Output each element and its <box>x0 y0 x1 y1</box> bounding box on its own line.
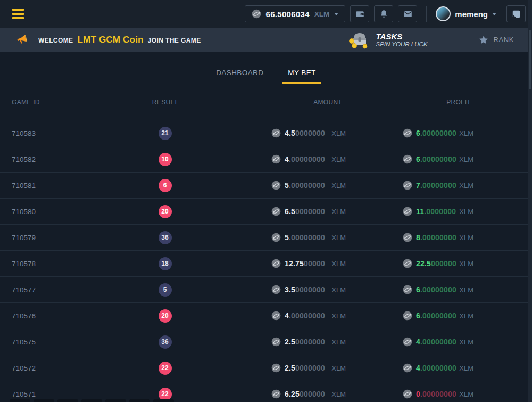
stellar-coin-icon <box>252 9 261 19</box>
chevron-down-icon <box>492 13 496 15</box>
result-badge: 18 <box>159 257 172 270</box>
profit-unit: XLM <box>459 312 473 320</box>
header-profit: PROFIT <box>346 99 473 106</box>
amount-trailing-zeros: 0000000 <box>295 129 325 137</box>
scrollbar-track[interactable] <box>528 0 532 402</box>
result-badge: 21 <box>159 127 172 140</box>
profit-unit: XLM <box>459 234 473 242</box>
amount-cell: 4.50000000 XLM <box>197 128 346 138</box>
amount-value: 5 <box>285 181 289 190</box>
profit-cell: 6.00000000 XLM <box>346 154 473 164</box>
table-header: GAME ID RESULT AMOUNT PROFIT <box>0 84 532 120</box>
stellar-coin-icon <box>403 233 412 242</box>
amount-trailing-zeros: 00000 <box>304 259 325 268</box>
profit-trailing-zeros: 000000 <box>431 259 456 268</box>
welcome-prefix: WELCOME <box>38 37 73 44</box>
profit-value: 6 <box>416 285 420 294</box>
header-amount: AMOUNT <box>197 99 346 106</box>
profit-trailing-zeros: .00000000 <box>420 311 456 320</box>
amount-cell: 6.50000000 XLM <box>197 207 346 216</box>
profit-cell: 6.00000000 XLM <box>346 311 473 321</box>
hamburger-icon <box>12 9 24 11</box>
profit-trailing-zeros: .00000000 <box>420 155 456 163</box>
amount-unit: XLM <box>331 390 346 398</box>
stellar-coin-icon <box>271 259 281 268</box>
game-id: 710575 <box>0 338 133 346</box>
table-row: 710579 36 5.00000000 XLM 8.00000000 XLM <box>0 225 532 251</box>
amount-unit: XLM <box>331 260 346 268</box>
amount-value: 2.5 <box>285 364 295 372</box>
profit-cell: 4.00000000 XLM <box>346 337 473 347</box>
game-id: 710572 <box>0 364 133 372</box>
stellar-coin-icon <box>271 389 281 399</box>
profit-value: 4 <box>416 338 420 346</box>
amount-value: 12.75 <box>285 259 304 268</box>
scrollbar-thumb[interactable] <box>529 30 531 89</box>
avatar <box>436 6 451 21</box>
menu-button[interactable] <box>11 6 26 21</box>
table-row: 710580 20 6.50000000 XLM 11.0000000 XLM <box>0 199 532 225</box>
game-id: 710583 <box>0 129 133 137</box>
stellar-coin-icon <box>271 363 281 373</box>
amount-cell: 5.00000000 XLM <box>197 233 346 242</box>
rank-widget[interactable]: RANK <box>478 35 514 45</box>
table-row: 710572 22 2.50000000 XLM 4.00000000 XLM <box>0 355 532 381</box>
profit-trailing-zeros: .00000000 <box>420 390 456 398</box>
profit-unit: XLM <box>459 338 473 346</box>
profit-value: 22.5 <box>416 259 431 268</box>
welcome-suffix: JOIN THE GAME <box>148 37 201 44</box>
table-row: 710581 6 5.00000000 XLM 7.00000000 XLM <box>0 173 532 199</box>
promo-coin-name: LMT GCM Coin <box>77 35 143 45</box>
stellar-coin-icon <box>403 285 412 294</box>
amount-unit: XLM <box>331 155 346 163</box>
profit-cell: 22.5000000 XLM <box>346 259 473 268</box>
profit-value: 8 <box>416 233 420 242</box>
amount-trailing-zeros: 000000 <box>300 390 325 398</box>
chat-icon <box>511 9 521 19</box>
result-badge: 20 <box>159 205 172 218</box>
amount-cell: 12.7500000 XLM <box>197 259 346 268</box>
amount-trailing-zeros: 0000000 <box>295 338 325 346</box>
stellar-coin-icon <box>271 337 281 347</box>
result-badge: 22 <box>159 362 172 375</box>
amount-trailing-zeros: 0000000 <box>295 285 325 294</box>
notifications-button[interactable] <box>374 5 393 22</box>
tab-my-bet[interactable]: MY BET <box>282 69 321 84</box>
profit-trailing-zeros: .00000000 <box>420 364 456 372</box>
balance-selector[interactable]: 66.5006034 XLM <box>245 5 346 22</box>
stellar-coin-icon <box>403 154 412 164</box>
wallet-button[interactable] <box>350 5 369 22</box>
amount-unit: XLM <box>331 129 346 137</box>
tab-dashboard[interactable]: DASHBOARD <box>211 69 269 84</box>
user-menu[interactable]: memeng <box>436 6 496 21</box>
result-badge: 36 <box>159 335 172 349</box>
bell-icon <box>379 9 389 19</box>
chat-button[interactable] <box>506 5 526 22</box>
stellar-coin-icon <box>403 259 412 268</box>
profit-trailing-zeros: .0000000 <box>424 207 456 216</box>
stellar-coin-icon <box>271 285 281 294</box>
stellar-coin-icon <box>403 207 412 216</box>
result-badge: 22 <box>159 388 172 401</box>
game-id: 710579 <box>0 234 133 242</box>
profit-unit: XLM <box>459 155 473 163</box>
amount-unit: XLM <box>331 312 346 320</box>
amount-unit: XLM <box>331 364 346 372</box>
stellar-coin-icon <box>271 311 281 321</box>
topbar-divider <box>426 6 427 22</box>
messages-button[interactable] <box>398 5 417 22</box>
stellar-coin-icon <box>271 154 281 164</box>
tasks-widget[interactable]: TASKS SPIN YOUR LUCK <box>347 30 428 50</box>
stellar-coin-icon <box>271 181 281 190</box>
game-id: 710582 <box>0 155 133 163</box>
profit-cell: 7.00000000 XLM <box>346 181 473 190</box>
welcome-banner: WELCOME LMT GCM Coin JOIN THE GAME TASKS… <box>0 28 532 52</box>
profit-cell: 8.00000000 XLM <box>346 233 473 242</box>
amount-value: 5 <box>285 233 289 242</box>
balance-currency: XLM <box>314 10 330 18</box>
game-id: 710571 <box>0 390 133 398</box>
amount-unit: XLM <box>331 182 346 190</box>
result-badge: 36 <box>159 231 172 244</box>
chevron-down-icon <box>334 13 338 15</box>
profit-value: 6 <box>416 129 420 137</box>
